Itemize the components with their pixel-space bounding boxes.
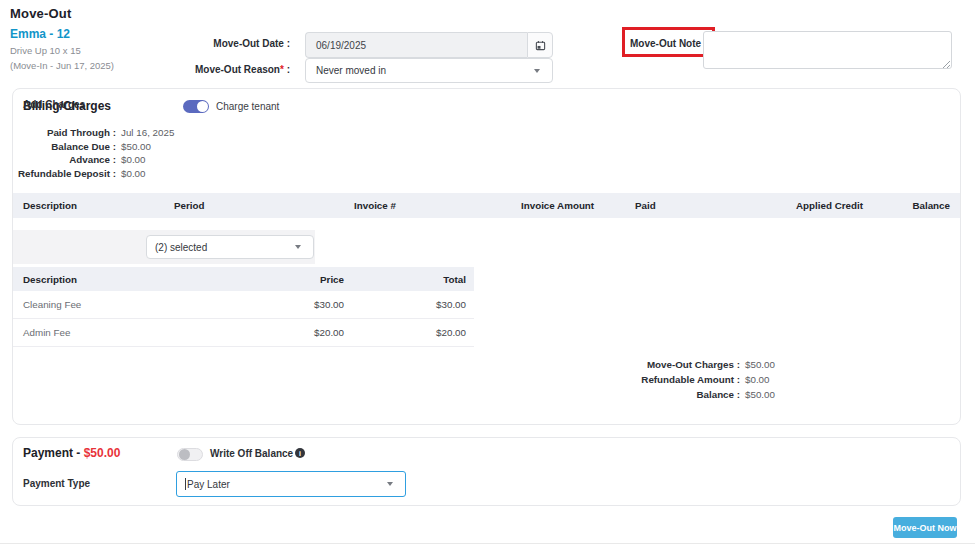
tenant-name-link[interactable]: Emma - 12 (10, 27, 114, 41)
add-charges-selected-value: (2) selected (155, 242, 207, 253)
table-row: Admin Fee $20.00 $20.00 (13, 319, 474, 347)
summary-row-balance-due: Balance Due : $50.00 (13, 140, 174, 154)
tenant-move-in-date: (Move-In - Jun 17, 2025) (10, 60, 114, 71)
invoice-col-description: Description (13, 200, 174, 211)
move-out-note-label: Move-Out Note : (630, 38, 707, 49)
charges-col-description: Description (13, 274, 234, 285)
move-out-reason-label: Move-Out Reason* : (150, 64, 290, 75)
totals-value: $50.00 (745, 359, 789, 370)
tenant-unit: Drive Up 10 x 15 (10, 45, 114, 56)
chevron-down-icon (295, 245, 301, 249)
move-out-totals: Move-Out Charges : $50.00 Refundable Amo… (641, 357, 789, 402)
summary-row-paid-through: Paid Through : Jul 16, 2025 (13, 126, 174, 140)
reason-label-text: Move-Out Reason (195, 64, 280, 75)
add-charges-label: Add Charges (23, 99, 85, 110)
page-title: Move-Out (10, 6, 72, 21)
charges-table-header: Description Price Total (13, 267, 474, 291)
summary-label: Advance : (13, 154, 116, 165)
chevron-down-icon (387, 482, 393, 486)
move-out-reason-select[interactable]: Never moved in (305, 58, 553, 83)
move-out-now-button[interactable]: Move-Out Now (893, 517, 957, 538)
charges-table: Description Price Total Cleaning Fee $30… (13, 267, 474, 347)
charge-tenant-label: Charge tenant (216, 101, 279, 112)
totals-label: Refundable Amount : (641, 374, 740, 385)
invoice-col-period: Period (174, 200, 354, 211)
summary-value: Jul 16, 2025 (121, 127, 174, 138)
toggle-knob (179, 449, 190, 460)
payment-card: Payment - $50.00 Write Off Balance i Pay… (12, 437, 961, 506)
charge-description: Admin Fee (13, 327, 234, 338)
charge-price: $20.00 (234, 327, 344, 338)
summary-label: Balance Due : (13, 141, 116, 152)
invoice-col-invoice-amount: Invoice Amount (521, 200, 635, 211)
summary-row-advance: Advance : $0.00 (13, 153, 174, 167)
totals-row-balance: Balance : $50.00 (641, 387, 789, 402)
charge-price: $30.00 (234, 299, 344, 310)
payment-type-label: Payment Type (23, 478, 90, 489)
invoice-col-invoice-number: Invoice # (354, 200, 521, 211)
charge-total: $20.00 (344, 327, 474, 338)
move-out-date-label: Move-Out Date : (170, 38, 290, 49)
info-icon[interactable]: i (295, 448, 305, 458)
invoice-col-applied-credit: Applied Credit (749, 200, 863, 211)
payment-title-text: Payment - (23, 446, 84, 460)
chevron-down-icon (534, 69, 540, 73)
payment-type-select[interactable]: Pay Later (176, 471, 406, 497)
move-out-date-input[interactable]: 06/19/2025 (305, 32, 527, 58)
calendar-icon (535, 40, 546, 51)
totals-label: Move-Out Charges : (647, 359, 740, 370)
table-row: Cleaning Fee $30.00 $30.00 (13, 291, 474, 319)
billing-summary: Paid Through : Jul 16, 2025 Balance Due … (13, 126, 174, 180)
payment-amount: $50.00 (84, 446, 121, 460)
text-cursor (185, 478, 186, 490)
invoice-table-header: Description Period Invoice # Invoice Amo… (13, 193, 960, 218)
totals-row-refundable-amount: Refundable Amount : $0.00 (641, 372, 789, 387)
summary-value: $0.00 (121, 168, 146, 179)
add-charges-select[interactable]: (2) selected (146, 235, 314, 259)
charge-total: $30.00 (344, 299, 474, 310)
toggle-knob (197, 101, 208, 112)
move-out-page: Move-Out Emma - 12 Drive Up 10 x 15 (Mov… (0, 0, 975, 547)
invoice-col-balance: Balance (863, 200, 960, 211)
move-out-note-textarea[interactable] (703, 31, 952, 69)
totals-row-move-out-charges: Move-Out Charges : $50.00 (641, 357, 789, 372)
charges-col-price: Price (234, 274, 344, 285)
write-off-balance-toggle[interactable] (177, 448, 203, 461)
summary-value: $50.00 (121, 141, 151, 152)
totals-value: $0.00 (745, 374, 789, 385)
reason-label-colon: : (284, 64, 290, 75)
payment-type-selected-value: Pay Later (187, 479, 230, 490)
move-out-note-highlight-box: Move-Out Note : (622, 27, 715, 57)
reason-selected-value: Never moved in (316, 65, 386, 76)
payment-title: Payment - $50.00 (23, 446, 120, 460)
charges-col-total: Total (344, 274, 474, 285)
tenant-info: Emma - 12 Drive Up 10 x 15 (Move-In - Ju… (10, 27, 114, 71)
invoice-col-paid: Paid (635, 200, 749, 211)
charge-description: Cleaning Fee (13, 299, 234, 310)
summary-value: $0.00 (121, 154, 146, 165)
calendar-button[interactable] (527, 32, 553, 58)
summary-row-refundable-deposit: Refundable Deposit : $0.00 (13, 167, 174, 181)
billing-charges-card: Billing/Charges Charge tenant Paid Throu… (12, 88, 961, 425)
bottom-divider (0, 543, 975, 544)
summary-label: Paid Through : (13, 127, 116, 138)
move-out-date-group: 06/19/2025 (305, 32, 553, 58)
summary-label: Refundable Deposit : (13, 168, 116, 179)
charge-tenant-toggle[interactable] (183, 100, 209, 113)
totals-label: Balance : (696, 389, 740, 400)
write-off-balance-label: Write Off Balance (210, 448, 293, 459)
totals-value: $50.00 (745, 389, 789, 400)
